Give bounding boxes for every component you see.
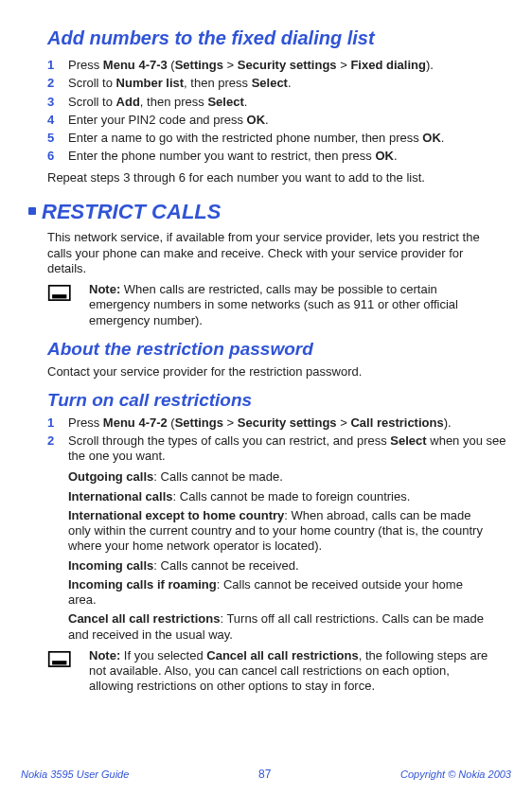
note-icon [47, 282, 80, 328]
t: Scroll to [68, 76, 116, 90]
step-number: 1 [47, 415, 68, 431]
step-text: Scroll to Add, then press Select. [68, 95, 511, 110]
t: ). [426, 58, 434, 72]
t: > [223, 58, 238, 72]
t: . [394, 149, 398, 163]
t: If you selected [120, 648, 206, 662]
note-1: Note: When calls are restricted, calls m… [47, 282, 490, 328]
t: ( [168, 415, 175, 430]
call-type-intl-except-home: International except to home country: Wh… [68, 508, 490, 555]
t: > [337, 58, 351, 72]
call-type-incoming-roaming: Incoming calls if roaming: Calls cannot … [68, 577, 490, 609]
heading-add-numbers: Add numbers to the fixed dialing list [47, 26, 511, 50]
t: Press [68, 58, 103, 72]
bullet-icon [28, 207, 36, 215]
step-text: Scroll to Number list, then press Select… [68, 76, 511, 91]
step-1: 1 Press Menu 4-7-3 (Settings > Security … [47, 58, 511, 73]
t: ( [168, 58, 175, 72]
restrict-intro: This network service, if available from … [47, 230, 490, 276]
note-icon [47, 648, 80, 695]
step-number: 4 [47, 113, 68, 128]
b: OK [247, 113, 266, 127]
b: Cancel all call restrictions [68, 611, 220, 626]
step-number: 3 [47, 95, 68, 110]
heading-restrict-calls: RESTRICT CALLS [28, 199, 511, 225]
step-text: Scroll through the types of calls you ca… [68, 433, 511, 465]
note-label: Note: [89, 282, 120, 296]
footer-left: Nokia 3595 User Guide [21, 768, 129, 782]
call-type-outgoing: Outgoing calls: Calls cannot be made. [68, 469, 490, 485]
t: : Calls cannot be received. [153, 558, 298, 573]
t: Enter your PIN2 code and press [68, 113, 247, 127]
call-type-incoming: Incoming calls: Calls cannot be received… [68, 558, 490, 574]
svg-rect-1 [52, 294, 66, 298]
step-text: Press Menu 4-7-2 (Settings > Security se… [68, 415, 511, 431]
b: Number list [116, 76, 185, 90]
t: Scroll to [68, 95, 116, 109]
b: Cancel all call restrictions [206, 648, 358, 662]
b: Settings [175, 415, 223, 430]
step-1: 1 Press Menu 4-7-2 (Settings > Security … [47, 415, 511, 431]
t: . [441, 131, 445, 145]
fixed-dialing-steps: 1 Press Menu 4-7-3 (Settings > Security … [47, 58, 511, 165]
t: Enter the phone number you want to restr… [68, 149, 375, 163]
t: . [265, 113, 269, 127]
b: International calls [68, 489, 173, 504]
step-number: 5 [47, 131, 68, 146]
t: , then press [184, 76, 252, 90]
b: Select [207, 95, 243, 109]
b: Call restrictions [350, 415, 443, 430]
b: Fixed dialing [350, 58, 425, 72]
t: > [337, 415, 351, 430]
step-number: 2 [47, 76, 68, 91]
note-body: When calls are restricted, calls may be … [89, 282, 458, 327]
b: Incoming calls [68, 558, 153, 573]
step-text: Enter your PIN2 code and press OK. [68, 113, 511, 128]
b: Select [252, 76, 288, 90]
t: Enter a name to go with the restricted p… [68, 131, 422, 145]
t: : Calls cannot be made. [153, 469, 283, 484]
step-text: Enter a name to go with the restricted p… [68, 131, 511, 146]
step-text: Enter the phone number you want to restr… [68, 149, 511, 164]
note-text: Note: When calls are restricted, calls m… [89, 282, 490, 328]
note-label: Note: [89, 648, 120, 662]
step-6: 6 Enter the phone number you want to res… [47, 149, 511, 164]
b: OK [375, 149, 394, 163]
step-5: 5 Enter a name to go with the restricted… [47, 131, 511, 146]
heading-turn-on: Turn on call restrictions [47, 389, 511, 412]
b: Security settings [238, 415, 337, 430]
step-number: 6 [47, 149, 68, 164]
t: : Calls cannot be made to foreign countr… [173, 489, 411, 504]
b: Outgoing calls [68, 469, 153, 484]
b: Select [390, 433, 426, 448]
t: > [223, 415, 238, 430]
b: Security settings [238, 58, 337, 72]
b: Incoming calls if roaming [68, 577, 217, 592]
t: Press [68, 415, 103, 430]
heading-text: RESTRICT CALLS [42, 200, 221, 223]
t: . [288, 76, 292, 90]
footer-right: Copyright © Nokia 2003 [400, 768, 511, 782]
page-footer: Nokia 3595 User Guide 87 Copyright © Nok… [21, 768, 511, 782]
step-text: Press Menu 4-7-3 (Settings > Security se… [68, 58, 511, 73]
call-type-cancel-all: Cancel all call restrictions: Turns off … [68, 611, 490, 643]
b: Add [116, 95, 140, 109]
note-2: Note: If you selected Cancel all call re… [47, 648, 490, 695]
step-number: 2 [47, 433, 68, 465]
turnon-steps: 1 Press Menu 4-7-2 (Settings > Security … [47, 415, 511, 465]
step-number: 1 [47, 58, 68, 73]
step-4: 4 Enter your PIN2 code and press OK. [47, 113, 511, 128]
svg-rect-3 [52, 661, 66, 664]
b: Menu 4-7-2 [103, 415, 168, 430]
t: Scroll through the types of calls you ca… [68, 433, 390, 448]
b: Settings [175, 58, 223, 72]
about-text: Contact your service provider for the re… [47, 364, 490, 380]
b: Menu 4-7-3 [103, 58, 168, 72]
footer-page-number: 87 [258, 768, 271, 782]
step-2: 2 Scroll to Number list, then press Sele… [47, 76, 511, 91]
t: . [244, 95, 248, 109]
b: International except to home country [68, 508, 284, 522]
step-2: 2 Scroll through the types of calls you … [47, 433, 511, 465]
heading-about-password: About the restriction password [47, 338, 511, 361]
t: ). [444, 415, 452, 430]
